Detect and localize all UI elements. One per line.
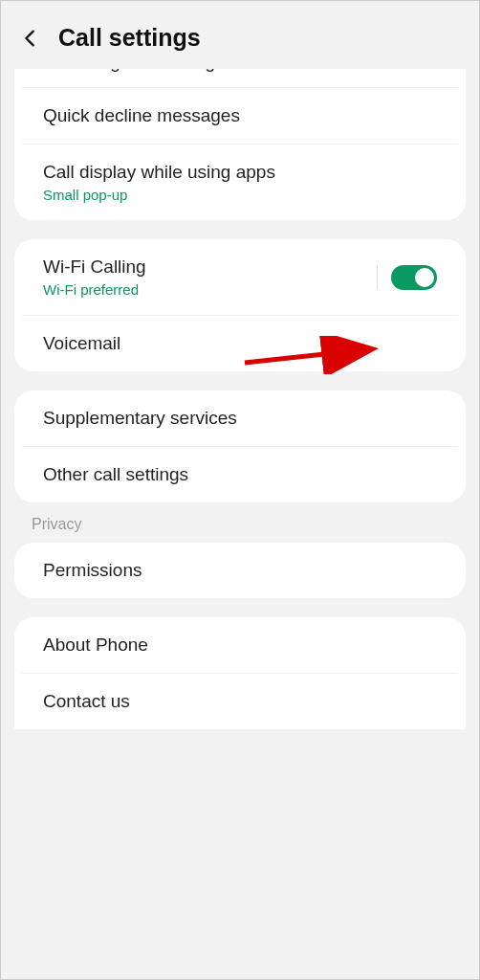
settings-group-2: Wi-Fi Calling Wi-Fi preferred Voicemail	[14, 239, 466, 371]
row-about-phone[interactable]: About Phone	[22, 617, 458, 674]
row-label: Quick decline messages	[43, 105, 240, 126]
row-call-display[interactable]: Call display while using apps Small pop-…	[22, 145, 458, 220]
toggle-container	[377, 265, 437, 290]
wifi-calling-toggle[interactable]	[391, 265, 437, 290]
back-icon[interactable]	[20, 28, 41, 49]
settings-group-3: Supplementary services Other call settin…	[14, 390, 466, 502]
row-label: Permissions	[43, 560, 142, 581]
row-subtitle: Wi-Fi preferred	[43, 281, 146, 298]
section-label-privacy: Privacy	[1, 516, 479, 543]
row-label: Supplementary services	[43, 408, 237, 429]
row-contact-us[interactable]: Contact us	[22, 674, 458, 729]
page-title: Call settings	[58, 24, 201, 52]
row-label: About Phone	[43, 635, 148, 656]
row-subtitle: Small pop-up	[43, 187, 275, 203]
row-label: Answering and ending calls	[35, 69, 256, 73]
row-permissions[interactable]: Permissions	[22, 543, 458, 598]
row-other-settings[interactable]: Other call settings	[22, 447, 458, 502]
row-quick-decline[interactable]: Quick decline messages	[22, 88, 458, 145]
row-label: Wi-Fi Calling	[43, 256, 146, 278]
header: Call settings	[1, 1, 479, 71]
settings-group-5: About Phone Contact us	[14, 617, 466, 729]
row-answering-ending[interactable]: Answering and ending calls	[22, 69, 458, 88]
row-label: Voicemail	[43, 333, 120, 354]
row-supplementary[interactable]: Supplementary services	[22, 390, 458, 447]
settings-group-1: Answering and ending calls Quick decline…	[14, 69, 466, 220]
row-label: Other call settings	[43, 464, 188, 485]
toggle-knob	[415, 268, 434, 287]
settings-group-4: Permissions	[14, 543, 466, 598]
row-voicemail[interactable]: Voicemail	[22, 316, 458, 371]
row-label: Contact us	[43, 691, 130, 712]
separator	[377, 265, 378, 290]
row-wifi-calling[interactable]: Wi-Fi Calling Wi-Fi preferred	[22, 239, 458, 316]
row-label: Call display while using apps	[43, 162, 275, 183]
